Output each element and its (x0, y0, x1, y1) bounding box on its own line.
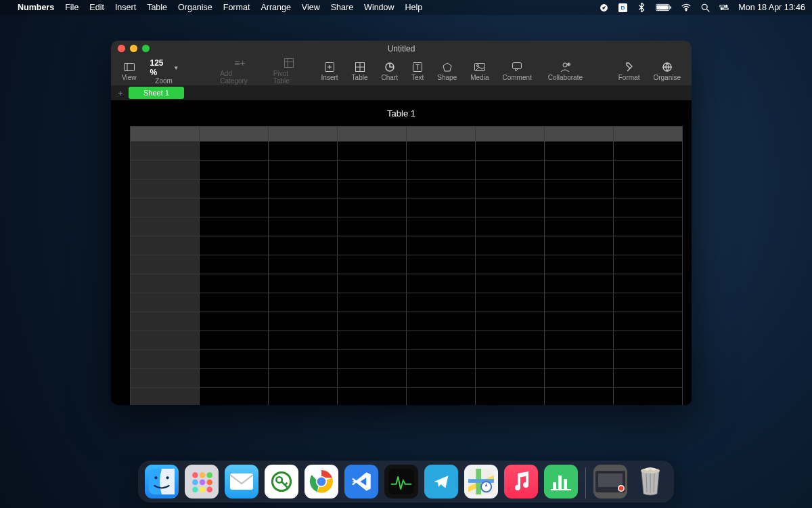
row-header[interactable] (131, 293, 200, 312)
cell[interactable] (407, 350, 476, 369)
cell[interactable] (614, 274, 683, 293)
bluetooth-icon[interactable] (637, 3, 646, 12)
cell[interactable] (269, 179, 338, 198)
cell[interactable] (407, 388, 476, 406)
column-header[interactable] (545, 127, 614, 142)
control-center-icon[interactable] (719, 3, 729, 12)
fullscreen-button[interactable] (142, 45, 150, 52)
menubar-clock[interactable]: Mon 18 Apr 13:46 (738, 3, 805, 12)
cell[interactable] (338, 331, 407, 350)
column-header[interactable] (407, 127, 476, 142)
table-row[interactable] (131, 274, 683, 293)
format-button[interactable]: Format (613, 62, 646, 81)
cell[interactable] (476, 312, 545, 331)
cell[interactable] (338, 274, 407, 293)
cell[interactable] (476, 331, 545, 350)
spreadsheet-grid[interactable] (130, 126, 683, 405)
cell[interactable] (476, 161, 545, 179)
table-row[interactable] (131, 293, 683, 312)
cell[interactable] (269, 293, 338, 312)
close-button[interactable] (118, 45, 125, 52)
cell[interactable] (545, 142, 614, 161)
cell[interactable] (338, 236, 407, 255)
cell[interactable] (407, 142, 476, 161)
menu-share[interactable]: Share (331, 3, 353, 12)
cell[interactable] (200, 179, 269, 198)
chart-button[interactable]: Chart (376, 62, 403, 81)
table-row[interactable] (131, 198, 683, 217)
cell[interactable] (269, 350, 338, 369)
dock-chrome[interactable] (304, 465, 338, 499)
cell[interactable] (200, 350, 269, 369)
menu-organise[interactable]: Organise (178, 3, 212, 12)
dock-activity-monitor[interactable] (384, 465, 418, 499)
table-row[interactable] (131, 161, 683, 179)
row-header[interactable] (131, 198, 200, 217)
cell[interactable] (407, 293, 476, 312)
cell[interactable] (545, 293, 614, 312)
cell[interactable] (476, 198, 545, 217)
text-button[interactable]: T Text (406, 62, 429, 81)
row-header[interactable] (131, 217, 200, 236)
cell[interactable] (269, 274, 338, 293)
cell[interactable] (545, 255, 614, 274)
cell[interactable] (269, 236, 338, 255)
view-button[interactable]: View (116, 62, 142, 81)
cell[interactable] (338, 369, 407, 388)
table-row[interactable] (131, 331, 683, 350)
cell[interactable] (545, 388, 614, 406)
column-header[interactable] (269, 127, 338, 142)
zoom-control[interactable]: 125 %▾ Zoom (145, 58, 183, 85)
menu-insert[interactable]: Insert (115, 3, 136, 12)
cell[interactable] (614, 331, 683, 350)
cell[interactable] (200, 369, 269, 388)
spreadsheet-canvas[interactable]: Table 1 (111, 100, 692, 405)
row-header[interactable] (131, 331, 200, 350)
cell[interactable] (338, 293, 407, 312)
row-header[interactable] (131, 369, 200, 388)
cell[interactable] (338, 161, 407, 179)
cell[interactable] (407, 236, 476, 255)
cell[interactable] (269, 331, 338, 350)
cell[interactable] (200, 255, 269, 274)
cell[interactable] (476, 350, 545, 369)
cell[interactable] (269, 217, 338, 236)
cell[interactable] (545, 179, 614, 198)
cell[interactable] (269, 142, 338, 161)
cell[interactable] (614, 312, 683, 331)
dock-vscode[interactable] (344, 465, 378, 499)
cell[interactable] (269, 161, 338, 179)
dock-numbers[interactable] (544, 465, 578, 499)
cell[interactable] (338, 217, 407, 236)
sheet-tab[interactable]: Sheet 1 (129, 87, 184, 99)
cell[interactable] (200, 142, 269, 161)
cell[interactable] (269, 198, 338, 217)
column-header[interactable] (476, 127, 545, 142)
dock-mail[interactable] (225, 465, 258, 499)
row-header[interactable] (131, 142, 200, 161)
cell[interactable] (614, 388, 683, 406)
column-header[interactable] (614, 127, 683, 142)
menu-help[interactable]: Help (405, 3, 423, 12)
minimize-button[interactable] (130, 45, 137, 52)
cell[interactable] (338, 350, 407, 369)
table-button[interactable]: Table (346, 62, 374, 81)
cell[interactable] (476, 217, 545, 236)
row-header[interactable] (131, 388, 200, 406)
cell[interactable] (269, 388, 338, 406)
dock-telegram[interactable] (424, 465, 458, 499)
comment-button[interactable]: Comment (497, 62, 537, 81)
location-icon[interactable] (599, 3, 608, 12)
row-header[interactable] (131, 350, 200, 369)
cell[interactable] (476, 293, 545, 312)
table-row[interactable] (131, 142, 683, 161)
menu-file[interactable]: File (65, 3, 78, 12)
cell[interactable] (545, 217, 614, 236)
cell[interactable] (200, 388, 269, 406)
cell[interactable] (269, 369, 338, 388)
cell[interactable] (407, 179, 476, 198)
cell[interactable] (407, 331, 476, 350)
cell[interactable] (338, 198, 407, 217)
cell[interactable] (476, 369, 545, 388)
menu-window[interactable]: Window (364, 3, 394, 12)
